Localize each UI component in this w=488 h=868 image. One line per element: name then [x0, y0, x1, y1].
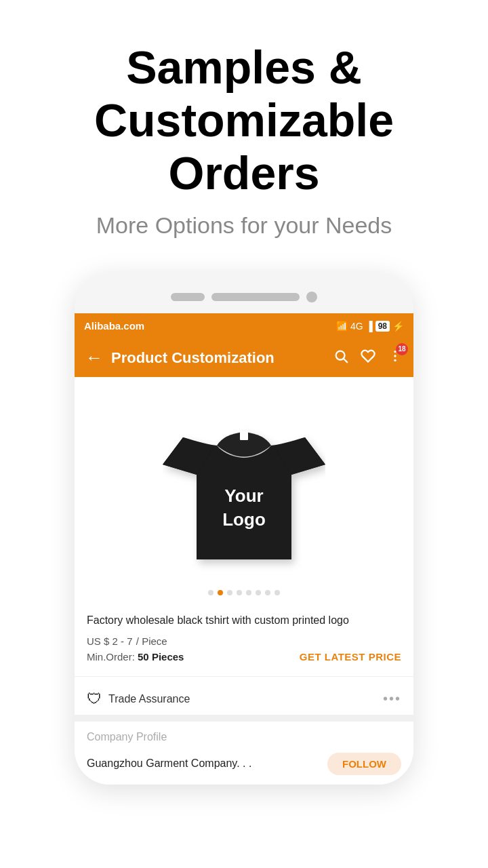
svg-rect-7: [240, 431, 248, 440]
company-row: Guangzhou Garment Company. . . FOLLOW: [87, 753, 401, 775]
product-image-area: Your Logo: [75, 377, 413, 587]
battery-plug-icon: ⚡: [392, 321, 404, 332]
dot-7: [265, 590, 270, 595]
svg-point-3: [394, 355, 396, 357]
svg-text:Logo: Logo: [222, 509, 266, 530]
product-price: US $ 2 - 7 / Piece: [87, 633, 401, 648]
dot-6: [256, 590, 261, 595]
pill-3: [306, 292, 317, 302]
moq-label: Min.Order:: [87, 651, 135, 663]
dot-8: [274, 590, 280, 595]
hero-title: Samples & Customizable Orders: [27, 41, 461, 200]
get-latest-price-button[interactable]: GET LATEST PRICE: [300, 651, 401, 663]
pill-1: [171, 293, 205, 301]
nav-bar: ← Product Customization: [75, 339, 413, 377]
svg-text:Your: Your: [224, 486, 263, 506]
company-profile-section: Company Profile Guangzhou Garment Compan…: [75, 722, 413, 785]
product-info: Factory wholesale black tshirt with cust…: [75, 604, 413, 669]
dot-5: [246, 590, 251, 595]
search-button[interactable]: [333, 349, 348, 368]
hero-section: Samples & Customizable Orders More Optio…: [0, 0, 488, 259]
company-name: Guangzhou Garment Company. . .: [87, 757, 251, 770]
shield-icon: 🛡: [87, 690, 102, 708]
product-title: Factory wholesale black tshirt with cust…: [87, 613, 401, 628]
price-value: US $ 2 - 7: [87, 635, 133, 647]
signal-bars-icon: ▐: [366, 321, 373, 332]
status-bar: Alibaba.com 📶 4G ▐ 98 ⚡: [75, 313, 413, 339]
moq-value: 50 Pieces: [138, 651, 184, 663]
dot-3: [227, 590, 232, 595]
heart-button[interactable]: [361, 349, 375, 368]
app-screen: Alibaba.com 📶 4G ▐ 98 ⚡ ← Product Custom…: [75, 313, 413, 785]
phone-mockup: Alibaba.com 📶 4G ▐ 98 ⚡ ← Product Custom…: [75, 273, 413, 785]
hero-subtitle: More Options for your Needs: [27, 212, 461, 239]
pill-2: [211, 293, 300, 301]
product-moq: Min.Order: 50 Pieces GET LATEST PRICE: [87, 651, 401, 663]
dot-1: [208, 590, 214, 595]
trade-assurance-left: 🛡 Trade Assurance: [87, 690, 190, 708]
svg-line-1: [344, 359, 347, 362]
price-unit: / Piece: [136, 635, 167, 647]
dot-2[interactable]: [218, 590, 223, 595]
moq-text: Min.Order: 50 Pieces: [87, 651, 184, 663]
phone-pills: [75, 292, 413, 302]
nav-title: Product Customization: [111, 349, 333, 367]
wifi-icon: 📶: [336, 321, 348, 332]
section-break: [75, 715, 413, 722]
more-button[interactable]: 18: [388, 349, 403, 368]
tshirt-image: Your Logo: [163, 397, 325, 573]
more-options-button[interactable]: •••: [383, 691, 401, 707]
dot-4: [237, 590, 242, 595]
status-icons: 📶 4G ▐ 98 ⚡: [336, 321, 404, 332]
divider-1: [75, 676, 413, 677]
status-url: Alibaba.com: [84, 320, 144, 332]
signal-text: 4G: [350, 321, 363, 332]
follow-button[interactable]: FOLLOW: [327, 753, 401, 775]
trade-assurance-label: Trade Assurance: [108, 693, 190, 705]
trade-assurance-row: 🛡 Trade Assurance •••: [75, 684, 413, 715]
notification-badge: 18: [396, 343, 408, 355]
svg-point-4: [394, 359, 396, 361]
nav-icons: 18: [333, 349, 403, 368]
phone-mockup-wrapper: Alibaba.com 📶 4G ▐ 98 ⚡ ← Product Custom…: [0, 273, 488, 785]
company-profile-title: Company Profile: [87, 731, 401, 743]
back-button[interactable]: ←: [85, 347, 103, 368]
battery-label: 98: [375, 321, 390, 332]
carousel-dots: [75, 590, 413, 604]
